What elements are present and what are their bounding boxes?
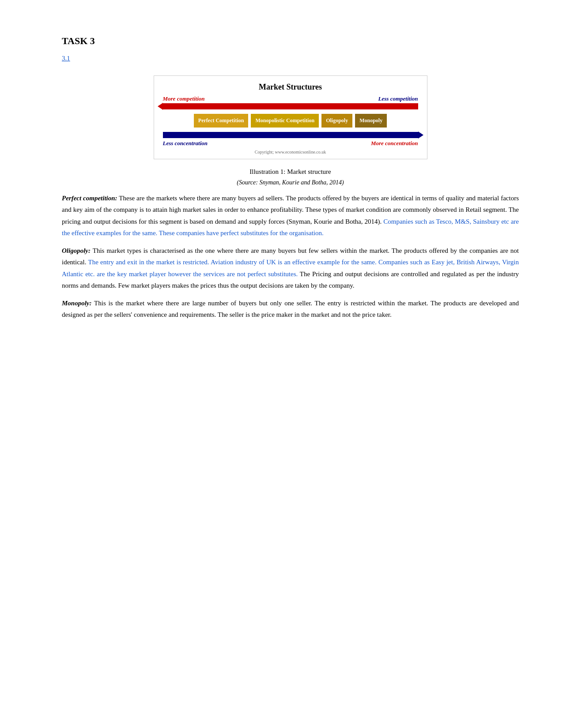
task-title: TASK 3 [62,35,519,47]
market-type-monopoly: Monopoly [355,114,387,128]
oligopoly-paragraph: Oligopoly: This market types is characte… [62,245,519,291]
red-arrow-bar [163,103,418,109]
copyright-text: Copyright; www.economicsonline.co.uk [163,150,418,154]
more-competition-label: More competition [163,95,205,102]
market-type-oligopoly: Oligopoly [321,114,352,128]
market-type-perfect: Perfect Competition [194,114,249,128]
market-type-monopolistic: Monopolistic Competition [251,114,319,128]
monopoly-paragraph: Monopoly: This is the market where there… [62,297,519,321]
blue-arrow-bar [163,132,418,138]
competition-labels: More competition Less competition [163,95,418,102]
less-competition-label: Less competition [378,95,418,102]
more-concentration-label: More concentration [371,140,418,147]
oligopoly-term: Oligopoly: [62,247,91,254]
concentration-labels: Less concentration More concentration [163,140,418,147]
perfect-competition-paragraph: Perfect competition: These are the marke… [62,192,519,239]
monopoly-text-black-1: This is the market where there are large… [62,300,519,318]
section-link[interactable]: 3.1 [62,55,519,62]
perfect-competition-term: Perfect competition: [62,195,117,202]
market-types-row: Perfect Competition Monopolistic Competi… [163,114,418,128]
diagram-wrapper: Market Structures More competition Less … [62,75,519,159]
diagram-title: Market Structures [163,83,418,92]
illustration-caption: Illustration 1: Market structure [62,168,519,176]
monopoly-term: Monopoly: [62,300,92,307]
source-line: (Source: Snyman, Kourie and Botha, 2014) [62,179,519,186]
less-concentration-label: Less concentration [163,140,208,147]
market-structure-box: Market Structures More competition Less … [154,75,427,159]
diagram-container: Market Structures More competition Less … [62,75,519,159]
